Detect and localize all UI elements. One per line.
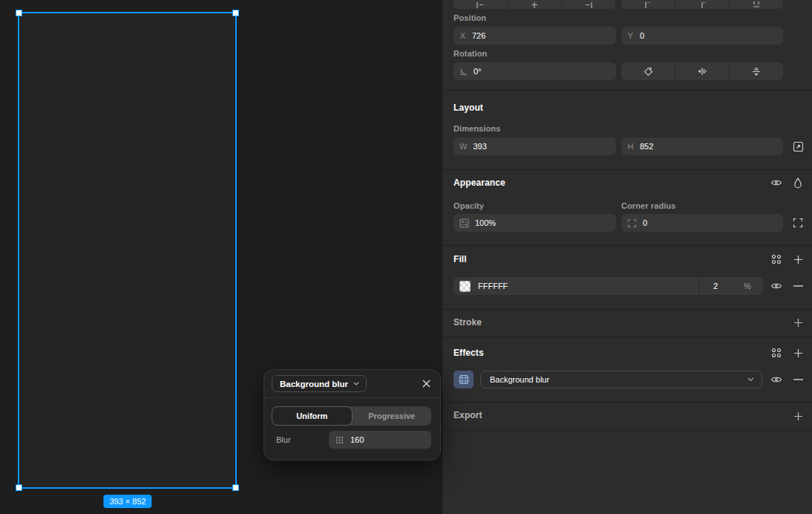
y-value: 0 [640, 31, 644, 40]
flip-vertical-button[interactable] [729, 62, 783, 80]
figma-app-window: 393 × 852 [0, 0, 812, 514]
dimensions-label: Dimensions [454, 124, 500, 133]
height-input[interactable]: H 852 [621, 137, 783, 155]
position-x-input[interactable]: X 726 [454, 27, 616, 45]
alignment-toolbar [442, 0, 812, 10]
popup-close-button[interactable] [419, 376, 433, 391]
align-left-button[interactable] [454, 0, 507, 9]
add-effect-button[interactable] [789, 344, 807, 362]
opacity-input[interactable]: 100% [454, 214, 616, 232]
fill-hex-value: FFFFFF [478, 282, 508, 290]
blur-dots-icon [335, 436, 344, 444]
blur-field-label: Blur [276, 435, 291, 444]
flip-horizontal-button[interactable] [675, 62, 729, 80]
remove-effect-button[interactable] [789, 371, 807, 388]
background-blur-popup: Background blur Uniform Progressive Blur… [263, 369, 441, 461]
background-blur-effect-chip[interactable] [454, 371, 474, 388]
section-divider [442, 309, 812, 310]
layout-heading: Layout [454, 103, 483, 113]
h-prefix: H [627, 142, 634, 151]
effect-type-label: Background blur [490, 375, 747, 384]
opacity-grid-icon [459, 218, 469, 228]
fill-visibility-button[interactable] [767, 277, 785, 295]
section-divider [442, 90, 812, 91]
y-prefix: Y [627, 31, 634, 40]
resize-handle-bottom-right[interactable] [232, 484, 239, 491]
section-divider [442, 245, 812, 246]
opacity-value: 100% [475, 218, 496, 227]
add-export-button[interactable] [789, 407, 807, 425]
selection-size-badge: 393 × 852 [103, 495, 151, 508]
rotate-90-button[interactable] [621, 62, 675, 80]
fill-alpha-value[interactable]: 2 [699, 282, 732, 290]
align-left-icon [475, 2, 485, 8]
align-horizontal-center-button[interactable] [507, 0, 561, 9]
appearance-heading: Appearance [454, 178, 505, 188]
plus-icon [793, 411, 803, 421]
add-stroke-button[interactable] [789, 313, 807, 331]
fill-styles-button[interactable] [767, 250, 785, 268]
eye-icon [770, 282, 782, 290]
x-value: 726 [472, 31, 485, 40]
blur-mode-tabs: Uniform Progressive [272, 406, 431, 426]
align-right-button[interactable] [561, 0, 615, 9]
export-heading: Export [454, 410, 482, 420]
eye-icon [770, 178, 782, 187]
blend-mode-button[interactable] [789, 174, 807, 192]
add-fill-button[interactable] [789, 250, 807, 268]
constrain-proportions-button[interactable] [789, 137, 807, 155]
w-prefix: W [459, 142, 467, 151]
tidy-up-icon [751, 1, 762, 8]
align-top-button[interactable] [621, 0, 675, 9]
tab-progressive[interactable]: Progressive [353, 406, 432, 426]
resize-handle-top-right[interactable] [232, 10, 239, 16]
effect-styles-button[interactable] [767, 344, 785, 362]
independent-corners-button[interactable] [789, 214, 807, 232]
effect-visibility-button[interactable] [767, 371, 785, 388]
stroke-heading: Stroke [454, 317, 482, 328]
selected-frame[interactable] [18, 12, 237, 489]
appearance-visibility-button[interactable] [767, 174, 785, 192]
fill-color-swatch[interactable] [459, 281, 471, 292]
resize-handle-bottom-left[interactable] [16, 484, 22, 491]
plus-icon [793, 255, 803, 264]
fill-percent-sign: % [732, 282, 763, 290]
corner-radius-value: 0 [643, 218, 647, 227]
blur-value: 160 [350, 435, 364, 444]
align-horizontal-group [454, 0, 615, 9]
remove-fill-button[interactable] [789, 277, 807, 295]
position-y-input[interactable]: Y 0 [621, 27, 783, 45]
blur-type-dropdown[interactable]: Background blur [272, 375, 367, 392]
align-right-icon [583, 2, 594, 8]
fill-color-row[interactable]: FFFFFF 2 % [454, 277, 763, 295]
resize-handle-top-left[interactable] [16, 10, 22, 16]
tab-uniform[interactable]: Uniform [272, 406, 353, 426]
effect-type-dropdown[interactable]: Background blur [480, 371, 762, 388]
rotation-input[interactable]: 0° [454, 62, 616, 80]
flip-horizontal-icon [697, 68, 707, 75]
align-vertical-center-icon [697, 2, 707, 8]
droplet-icon [793, 178, 802, 189]
effects-heading: Effects [454, 348, 484, 358]
background-blur-icon [459, 374, 469, 385]
width-input[interactable]: W 393 [454, 137, 616, 155]
align-vertical-group [621, 0, 783, 9]
chevron-down-icon [747, 377, 754, 382]
properties-panel: Position X 726 Y 0 Rotation 0° [442, 0, 812, 514]
chevron-down-icon [353, 382, 359, 386]
eye-icon [770, 375, 782, 384]
independent-corners-icon [793, 218, 803, 228]
section-divider [442, 402, 812, 403]
corner-radius-icon [627, 218, 637, 228]
tidy-up-button[interactable] [729, 0, 783, 9]
blur-value-input[interactable]: 160 [329, 431, 431, 449]
fill-heading: Fill [454, 254, 467, 264]
plus-icon [793, 348, 803, 358]
align-vertical-center-button[interactable] [675, 0, 729, 9]
angle-icon [459, 68, 468, 76]
minus-icon [793, 285, 803, 287]
close-icon [422, 380, 430, 388]
transform-button-group [621, 62, 783, 80]
w-value: 393 [473, 142, 486, 151]
corner-radius-input[interactable]: 0 [621, 214, 783, 232]
